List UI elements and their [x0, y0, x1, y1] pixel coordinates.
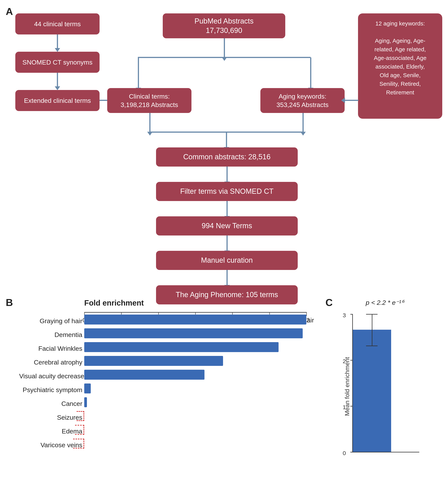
y-label-cancer: Cancer — [19, 400, 82, 407]
ytick-3 — [350, 314, 353, 315]
arrow-split-left — [138, 57, 224, 58]
error-bar-top — [366, 314, 377, 315]
arrow-left-drop — [138, 57, 139, 88]
ytick-2 — [350, 360, 353, 360]
node-manuel-curation: Manuel curation — [156, 251, 298, 270]
bar-row-1 — [84, 326, 306, 340]
ytick-label-3: 3 — [343, 312, 346, 318]
chart-c-bar-v2 — [353, 330, 391, 452]
node-clinical-terms: Clinical terms: 3,198,218 Abstracts — [107, 88, 192, 113]
node-44-clinical-terms: 44 clinical terms — [15, 13, 100, 34]
y-label-dementia: Dementia — [19, 331, 82, 339]
error-bar-bottom — [366, 346, 377, 346]
ytick-label-0: 0 — [343, 450, 346, 456]
node-snomed-synonyms: SNOMED CT synonyms — [15, 52, 100, 73]
node-aging-keywords: Aging keywords: 353,245 Abstracts — [260, 88, 345, 113]
bar-dementia — [84, 328, 303, 338]
arrow-aging-down — [303, 113, 304, 132]
bar-row-8 — [84, 423, 306, 437]
bar-facial-wrinkles — [84, 342, 279, 352]
arrow-common-to-filter — [226, 167, 228, 182]
y-label-visual: Visual acuity decrease — [19, 372, 82, 380]
bar-row-4 — [84, 368, 306, 381]
bar-row-7 — [84, 409, 306, 423]
ytick-label-1: 1 — [343, 404, 346, 411]
y-label-graying: Graying of hair — [19, 317, 82, 325]
error-bar-vertical — [372, 314, 372, 346]
node-994-terms: 994 New Terms — [156, 216, 298, 236]
y-label-cerebral: Cerebral atrophy — [19, 359, 82, 366]
bar-cerebral-atrophy — [84, 356, 223, 366]
node-common-abstracts: Common abstracts: 28,516 — [156, 147, 298, 167]
ytick-label-2: 2 — [343, 358, 346, 365]
bar-row-6 — [84, 395, 306, 409]
arrow-pubmed-down — [224, 38, 225, 57]
bar-visual-acuity — [84, 370, 204, 380]
chart-b-area: Fold enrichment 0 2 4 6 8 10 12 Graying … — [11, 299, 314, 471]
node-pubmed: PubMed Abstracts 17,730,690 — [163, 13, 285, 38]
y-label-varicose: Varicose veins — [19, 441, 82, 449]
arrow-manuel-to-phenome — [226, 270, 228, 285]
y-label-psychiatric: Psychiatric symptom — [19, 386, 82, 394]
node-extended-clinical: Extended clinical terms — [15, 90, 100, 111]
chart-c-xaxis-line — [352, 452, 419, 452]
bar-graying — [84, 315, 306, 325]
chart-c-area: p < 2.2 * e⁻¹⁶ Mean fold enrichment 3 2 … — [329, 299, 440, 471]
bar-row-0 — [84, 313, 306, 326]
node-12-aging-keywords: 12 aging keywords: Aging, Ageing, Age- r… — [358, 13, 442, 119]
bar-row-5 — [84, 381, 306, 395]
chart-b-title: Fold enrichment — [84, 299, 144, 307]
arrow-split-right — [224, 57, 311, 58]
arrow-merge-down — [226, 132, 227, 147]
bar-row-3 — [84, 354, 306, 368]
arrow-12kw-to-aging — [345, 100, 358, 101]
node-filter-terms: Filter terms via SNOMED CT — [156, 182, 298, 201]
x-tick-12 — [306, 312, 307, 316]
bar-psychiatric — [84, 383, 91, 393]
bars-area — [84, 313, 306, 451]
arrow-994-to-manuel — [226, 236, 228, 251]
arrow-44-to-snomed — [57, 34, 58, 48]
arrow-right-drop — [310, 57, 311, 88]
ytick-1 — [350, 406, 353, 406]
arrow-snomed-to-extended — [57, 73, 58, 87]
ytick-0 — [350, 452, 353, 452]
bar-row-9 — [84, 437, 306, 451]
y-label-edema: Edema — [19, 428, 82, 435]
arrow-clinical-down — [149, 113, 151, 132]
y-label-seizures: Seizures — [19, 414, 82, 421]
y-label-facial: Facial Wrinkles — [19, 345, 82, 352]
chart-c-pvalue: p < 2.2 * e⁻¹⁶ — [329, 299, 440, 306]
bar-cancer — [84, 397, 87, 407]
arrow-filter-to-994 — [226, 201, 228, 216]
bar-row-2 — [84, 340, 306, 354]
section-label-a: A — [6, 6, 13, 17]
